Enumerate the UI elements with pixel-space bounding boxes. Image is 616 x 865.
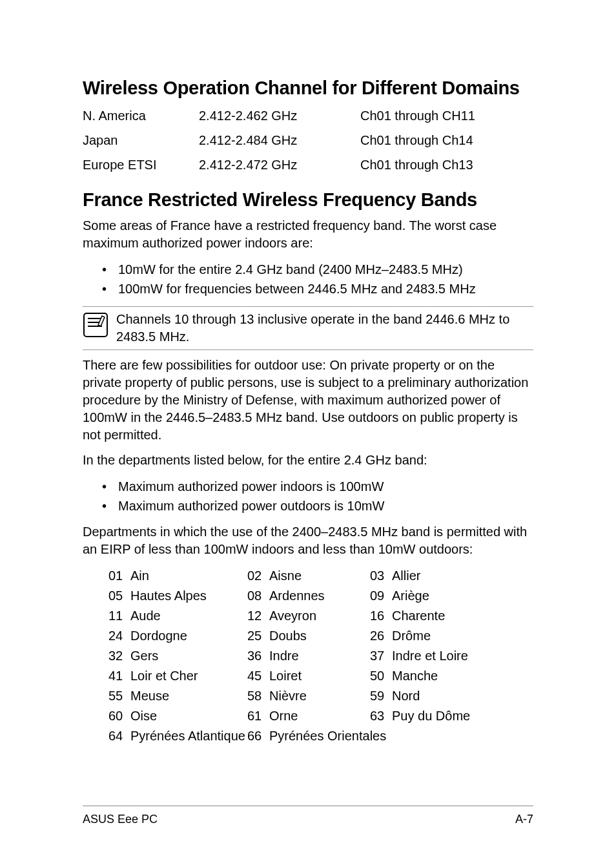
dept-number: 09 [370,586,392,606]
dept-name: Hautes Alpes [130,586,207,606]
domain-row: Japan 2.412-2.484 GHz Ch01 through Ch14 [83,130,533,151]
dept-cell: 37Indre et Loire [370,646,506,666]
note-icon [83,311,110,340]
dept-number: 16 [370,606,392,626]
dept-name: Ardennes [269,586,325,606]
dept-number: 59 [370,686,392,706]
dept-name: Puy du Dôme [392,706,470,726]
note-block: Channels 10 through 13 inclusive operate… [83,306,533,350]
dept-cell: 64Pyrénées Atlantique [108,726,247,746]
dept-number: 25 [247,626,269,646]
dept-number: 66 [247,726,269,746]
dept-name: Allier [392,566,420,586]
dept-name: Nord [392,686,420,706]
dept-cell: 36Indre [247,646,370,666]
section2-heading: France Restricted Wireless Frequency Ban… [83,189,533,211]
dept-number: 26 [370,626,392,646]
dept-number: 08 [247,586,269,606]
dept-number: 41 [108,666,130,686]
dept-number: 64 [108,726,130,746]
dept-name: Ain [130,566,149,586]
dept-number: 60 [108,706,130,726]
dept-number: 02 [247,566,269,586]
dept-name: Aisne [269,566,302,586]
dept-cell: 01Ain [108,566,247,586]
dept-number: 61 [247,706,269,726]
dept-name: Charente [392,606,445,626]
dept-number: 32 [108,646,130,666]
dept-name: Loiret [269,666,302,686]
freq-cell: 2.412-2.484 GHz [199,130,360,151]
channel-cell: Ch01 through Ch14 [360,130,533,151]
dept-row: 32Gers36Indre37Indre et Loire [108,646,533,666]
dept-number: 37 [370,646,392,666]
dept-cell: 03Allier [370,566,506,586]
dept-cell: 41Loir et Cher [108,666,247,686]
dept-row: 05Hautes Alpes08Ardennes09Ariège [108,586,533,606]
dept-name: Loir et Cher [130,666,198,686]
dept-cell: 32Gers [108,646,247,666]
paragraph-departments-intro: In the departments listed below, for the… [83,452,533,469]
dept-cell: 61Orne [247,706,370,726]
dept-cell: 45Loiret [247,666,370,686]
dept-name: Doubs [269,626,307,646]
dept-name: Indre et Loire [392,646,468,666]
domain-row: N. America 2.412-2.462 GHz Ch01 through … [83,105,533,126]
dept-row: 11Aude12Aveyron16Charente [108,606,533,626]
dept-name: Aude [130,606,161,626]
dept-cell: 66Pyrénées Orientales [247,726,506,746]
freq-cell: 2.412-2.472 GHz [199,154,360,175]
departments-table: 01Ain02Aisne03Allier05Hautes Alpes08Arde… [108,566,533,746]
paragraph-outdoor: There are few possibilities for outdoor … [83,357,533,444]
intro-paragraph: Some areas of France have a restricted f… [83,217,533,252]
channel-cell: Ch01 through Ch13 [360,154,533,175]
dept-row: 60Oise61Orne63Puy du Dôme [108,706,533,726]
dept-number: 55 [108,686,130,706]
region-cell: Europe ETSI [83,154,199,175]
dept-name: Pyrénées Atlantique [130,726,245,746]
dept-name: Orne [269,706,298,726]
dept-row: 41Loir et Cher45Loiret50Manche [108,666,533,686]
dept-cell: 63Puy du Dôme [370,706,506,726]
dept-cell: 59Nord [370,686,506,706]
freq-cell: 2.412-2.462 GHz [199,105,360,126]
dept-cell: 26Drôme [370,626,506,646]
dept-name: Gers [130,646,158,666]
dept-cell: 09Ariège [370,586,506,606]
dept-cell: 16Charente [370,606,506,626]
dept-number: 05 [108,586,130,606]
dept-cell: 55Meuse [108,686,247,706]
dept-cell: 58Nièvre [247,686,370,706]
bullet-item: 10mW for the entire 2.4 GHz band (2400 M… [83,260,533,279]
dept-number: 36 [247,646,269,666]
dept-number: 03 [370,566,392,586]
dept-name: Dordogne [130,626,187,646]
dept-name: Aveyron [269,606,316,626]
dept-number: 24 [108,626,130,646]
bullet-item: Maximum authorized power outdoors is 10m… [83,496,533,516]
note-text: Channels 10 through 13 inclusive operate… [116,311,533,346]
dept-number: 11 [108,606,130,626]
dept-name: Drôme [392,626,431,646]
section1-heading: Wireless Operation Channel for Different… [83,78,533,99]
dept-number: 58 [247,686,269,706]
domain-table: N. America 2.412-2.462 GHz Ch01 through … [83,105,533,175]
dept-cell: 50Manche [370,666,506,686]
dept-name: Ariège [392,586,429,606]
page-footer: ASUS Eee PC A-7 [83,806,533,826]
dept-cell: 11Aude [108,606,247,626]
dept-number: 12 [247,606,269,626]
bullet-item: 100mW for frequencies between 2446.5 MHz… [83,279,533,298]
dept-name: Meuse [130,686,169,706]
dept-number: 50 [370,666,392,686]
region-cell: Japan [83,130,199,151]
dept-cell: 05Hautes Alpes [108,586,247,606]
dept-number: 45 [247,666,269,686]
dept-number: 01 [108,566,130,586]
bullet-item: Maximum authorized power indoors is 100m… [83,477,533,496]
dept-cell: 12Aveyron [247,606,370,626]
dept-name: Manche [392,666,438,686]
dept-row: 55Meuse58Nièvre59Nord [108,686,533,706]
dept-row: 64Pyrénées Atlantique66Pyrénées Oriental… [108,726,533,746]
dept-name: Nièvre [269,686,307,706]
